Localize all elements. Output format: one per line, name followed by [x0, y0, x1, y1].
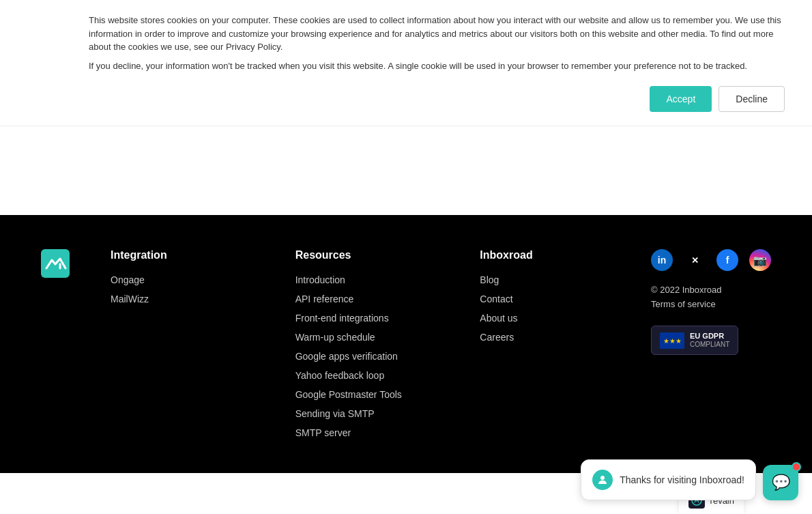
integration-heading: Integration: [111, 249, 268, 261]
eu-flag-icon: ★★★: [660, 332, 684, 349]
google-apps-link[interactable]: Google apps verification: [295, 351, 398, 362]
warmup-link[interactable]: Warm-up schedule: [295, 332, 375, 343]
blog-link[interactable]: Blog: [480, 274, 499, 285]
footer-logo[interactable]: [41, 249, 70, 281]
list-item: SMTP server: [295, 427, 453, 439]
list-item: Front-end integrations: [295, 312, 453, 324]
contact-link[interactable]: Contact: [480, 294, 512, 304]
cookie-secondary-text: If you decline, your information won't b…: [89, 59, 785, 73]
careers-link[interactable]: Careers: [480, 332, 514, 343]
resources-heading: Resources: [295, 249, 453, 261]
inboxroad-heading: Inboxroad: [480, 249, 637, 261]
list-item: About us: [480, 312, 637, 324]
list-item: Sending via SMTP: [295, 408, 453, 420]
footer-right-col: in ✕ f 📷 © 2022 Inboxroad Terms of servi…: [651, 249, 771, 355]
sending-smtp-link[interactable]: Sending via SMTP: [295, 408, 375, 419]
list-item: Ongage: [111, 274, 268, 286]
chat-open-button[interactable]: 💬: [763, 465, 798, 473]
resources-list: Introduction API reference Front-end int…: [295, 274, 453, 439]
api-reference-link[interactable]: API reference: [295, 294, 354, 304]
list-item: Blog: [480, 274, 637, 286]
gdpr-badge: ★★★ EU GDPR COMPLIANT: [651, 326, 738, 355]
instagram-icon[interactable]: 📷: [749, 249, 771, 271]
list-item: Contact: [480, 293, 637, 305]
ongage-link[interactable]: Ongage: [111, 274, 145, 285]
decline-button[interactable]: Decline: [719, 86, 785, 112]
cookie-buttons: Accept Decline: [89, 86, 785, 112]
footer-inboxroad-col: Inboxroad Blog Contact About us Careers: [466, 249, 651, 350]
smtp-server-link[interactable]: SMTP server: [295, 427, 351, 438]
social-icons: in ✕ f 📷: [651, 249, 771, 271]
list-item: Google apps verification: [295, 350, 453, 362]
twitter-icon[interactable]: ✕: [684, 249, 706, 271]
integration-list: Ongage MailWizz: [111, 274, 268, 305]
list-item: Yahoo feedback loop: [295, 369, 453, 382]
copyright-text: © 2022 Inboxroad: [651, 285, 722, 295]
list-item: MailWizz: [111, 293, 268, 305]
list-item: API reference: [295, 293, 453, 305]
cookie-banner: This website stores cookies on your comp…: [0, 0, 812, 126]
mailwizz-link[interactable]: MailWizz: [111, 294, 149, 304]
list-item: Careers: [480, 331, 637, 343]
inboxroad-list: Blog Contact About us Careers: [480, 274, 637, 343]
facebook-icon[interactable]: f: [716, 249, 738, 271]
footer-resources-col: Resources Introduction API reference Fro…: [282, 249, 467, 446]
cookie-main-text: This website stores cookies on your comp…: [89, 14, 785, 54]
chat-area: Thanks for visiting Inboxroad! 💬: [581, 459, 798, 473]
yahoo-feedback-link[interactable]: Yahoo feedback loop: [295, 370, 385, 381]
chat-notification-badge: [792, 462, 801, 472]
chat-avatar-icon: [592, 470, 613, 473]
about-us-link[interactable]: About us: [480, 313, 517, 324]
accept-button[interactable]: Accept: [650, 86, 712, 112]
svg-text:★★★: ★★★: [663, 337, 682, 345]
introduction-link[interactable]: Introduction: [295, 274, 345, 285]
content-spacer: [0, 126, 812, 215]
frontend-integrations-link[interactable]: Front-end integrations: [295, 313, 389, 324]
chat-bubble: Thanks for visiting Inboxroad!: [581, 459, 756, 473]
footer: Integration Ongage MailWizz Resources In…: [0, 215, 812, 473]
footer-integration-col: Integration Ongage MailWizz: [97, 249, 282, 312]
terms-of-service-link[interactable]: Terms of service: [651, 299, 716, 309]
gdpr-text: EU GDPR COMPLIANT: [690, 332, 729, 349]
google-postmaster-link[interactable]: Google Postmaster Tools: [295, 389, 402, 400]
linkedin-icon[interactable]: in: [651, 249, 673, 271]
list-item: Introduction: [295, 274, 453, 286]
list-item: Warm-up schedule: [295, 331, 453, 343]
list-item: Google Postmaster Tools: [295, 388, 453, 401]
